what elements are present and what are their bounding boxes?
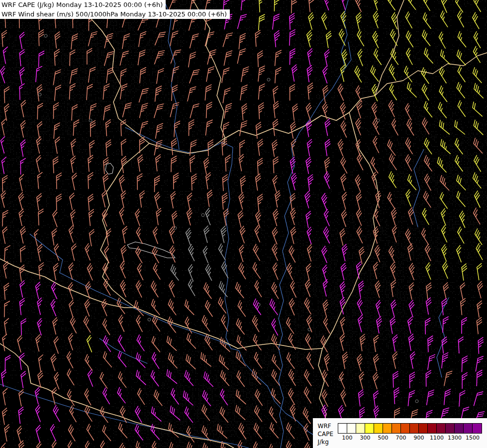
legend-tick-label: 900 xyxy=(414,435,424,441)
legend-color-cell xyxy=(365,424,374,433)
legend-color-cell xyxy=(338,424,347,433)
legend-colorbar xyxy=(338,423,482,434)
legend-color-cell xyxy=(392,424,401,433)
legend-color-cell xyxy=(410,424,419,433)
legend-color-cell xyxy=(347,424,356,433)
legend-color-cell xyxy=(401,424,410,433)
title-windshear-line: WRF Wind shear (m/s) 500/1000hPa Monday … xyxy=(0,9,230,19)
legend-label-units: J/kg xyxy=(318,438,333,446)
legend-label: WRF CAPE J/kg xyxy=(318,422,333,446)
legend-label-model: WRF xyxy=(318,422,333,430)
legend-colorbar-block: 100300500700900110013001500 xyxy=(338,423,482,442)
map-canvas xyxy=(0,0,487,448)
legend-tick-label: 500 xyxy=(378,435,389,441)
legend-tick-label: 700 xyxy=(396,435,406,441)
legend-color-cell xyxy=(455,424,464,433)
legend-color-cell xyxy=(464,424,473,433)
legend-color-cell xyxy=(374,424,383,433)
cape-legend: WRF CAPE J/kg 10030050070090011001300150… xyxy=(313,418,487,448)
legend-tick-label: 300 xyxy=(360,435,371,441)
weather-map: WRF CAPE (J/kg) Monday 13-10-2025 00:00 … xyxy=(0,0,487,448)
legend-tick-label: 1100 xyxy=(430,435,444,441)
legend-label-variable: CAPE xyxy=(318,430,333,438)
legend-tick-label: 100 xyxy=(342,435,353,441)
legend-color-cell xyxy=(428,424,437,433)
legend-tick-label: 1500 xyxy=(466,435,480,441)
legend-color-cell xyxy=(437,424,446,433)
legend-color-cell xyxy=(356,424,365,433)
legend-color-cell xyxy=(419,424,428,433)
legend-color-cell xyxy=(383,424,392,433)
title-cape-line: WRF CAPE (J/kg) Monday 13-10-2025 00:00 … xyxy=(0,0,166,9)
forecast-title-block: WRF CAPE (J/kg) Monday 13-10-2025 00:00 … xyxy=(0,0,230,19)
legend-tick-row: 100300500700900110013001500 xyxy=(338,434,482,442)
legend-color-cell xyxy=(446,424,455,433)
legend-tick-label: 1300 xyxy=(448,435,462,441)
legend-color-cell xyxy=(473,424,482,433)
